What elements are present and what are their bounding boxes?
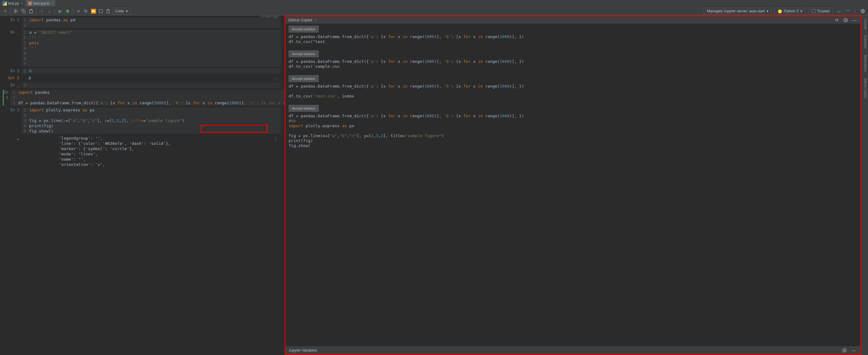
separator — [36, 8, 37, 14]
code-line[interactable]: import plotly.express as px — [28, 107, 281, 113]
run-all-button[interactable]: ⏩ — [90, 8, 97, 14]
line-number: 5 — [22, 51, 28, 56]
code-line[interactable]: print(fig) — [28, 123, 281, 129]
separator — [73, 8, 73, 14]
interpreter-selector[interactable]: ⬤ Python 3 ▾ — [774, 8, 805, 14]
code-line[interactable] — [28, 56, 281, 61]
tab-label: test.py — [8, 1, 19, 6]
code-line[interactable]: fig = px.line(x=["a","b","c"], y=[1,3,2]… — [28, 118, 281, 123]
browser-button[interactable] — [859, 8, 866, 14]
line-number: 7 — [22, 61, 28, 67]
copy-button[interactable] — [20, 8, 27, 14]
output-text: 'legendgroup': '', 'line': {'color': '#6… — [22, 136, 281, 167]
cell-body[interactable]: 1 — [22, 83, 281, 88]
line-number: 4 — [22, 123, 28, 129]
cell-body[interactable]: 10 — [22, 68, 281, 74]
code-line[interactable] — [28, 113, 281, 118]
code-cell[interactable]: In _1 — [4, 83, 281, 88]
code-line[interactable]: import pandas as pd — [28, 17, 281, 23]
line-number: 1 — [22, 17, 28, 23]
svg-rect-8 — [99, 9, 103, 13]
sidebar-tab-copilot[interactable]: GitHub Copilot — [861, 75, 868, 101]
close-icon[interactable]: × — [52, 2, 53, 5]
line-number: 2 — [22, 35, 28, 40]
solution-code: df = pandas.DataFrame.from_dict({'a': [x… — [287, 34, 859, 44]
svg-point-1 — [14, 11, 16, 13]
code-cell[interactable]: In 11import pandas as pd2 — [4, 17, 281, 28]
svg-line-3 — [17, 11, 18, 12]
move-up-button[interactable]: ↑ — [38, 8, 45, 14]
code-line[interactable] — [17, 95, 285, 100]
sidebar-tab-notifications[interactable]: Notifications — [861, 52, 868, 75]
jupyter-variables-header[interactable]: Jupyter Variables — — [285, 346, 860, 354]
cell-prompt: Out 2 — [4, 75, 22, 81]
sidebar-tab-database[interactable]: Database — [861, 32, 868, 52]
separator — [10, 8, 11, 14]
more-actions-button[interactable]: ⋮ — [273, 76, 278, 81]
more-actions-button[interactable]: ⋮ — [273, 136, 278, 141]
cell-body[interactable]: 1import plotly.express as px23fig = px.l… — [22, 107, 281, 134]
cell-type-dropdown[interactable]: Code ▾ — [112, 8, 130, 14]
code-cell[interactable]: In 210 — [4, 68, 281, 74]
solution-code: df = pandas.DataFrame.from_dict({'a': [x… — [287, 59, 859, 69]
code-line[interactable]: ''' — [28, 45, 281, 51]
line-number: 3 — [22, 40, 28, 45]
code-line[interactable] — [28, 51, 281, 56]
delete-button[interactable] — [105, 8, 112, 14]
debug-cell-button[interactable] — [64, 8, 71, 14]
cell-body[interactable]: 1a = "SELECT now()"2'''3pass4'''567 — [22, 30, 281, 67]
cut-button[interactable] — [13, 8, 20, 14]
code-line[interactable]: ''' — [28, 35, 281, 40]
stop-button[interactable]: ■ — [75, 8, 82, 14]
tab-test-ipynb[interactable]: test.ipynb × — [25, 0, 56, 6]
code-line[interactable]: fig.show() — [28, 129, 281, 134]
run-cell-button[interactable]: ▶ — [57, 8, 64, 14]
code-line[interactable]: 0 — [28, 68, 281, 74]
restart-button[interactable]: ↻ — [83, 8, 89, 14]
expand-up-button[interactable]: ︿ — [835, 8, 842, 14]
cell-body[interactable]: 1import pandas23df = pandas.DataFrame.fr… — [10, 90, 285, 106]
cell-output: ⌄ 'legendgroup': '', 'line': {'color': '… — [4, 136, 281, 167]
notebook-editor[interactable]: ▲ 1 ● 1 In 11import pandas as pd2In _1a … — [0, 15, 285, 355]
code-line[interactable] — [28, 61, 281, 67]
add-cell-button[interactable]: ＋ — [2, 8, 9, 14]
accept-solution-button[interactable]: Accept solution — [289, 50, 319, 57]
line-number: 3 — [22, 118, 28, 123]
paste-button[interactable] — [28, 8, 34, 14]
accept-solution-button[interactable]: Accept solution — [289, 26, 319, 33]
accept-solution-button[interactable]: Accept solution — [289, 75, 319, 82]
code-line[interactable]: pass — [28, 40, 281, 45]
tab-test-py[interactable]: test.py × — [0, 0, 25, 6]
chevron-down-icon: ▾ — [800, 9, 802, 13]
separator — [855, 8, 856, 14]
close-icon[interactable]: × — [21, 2, 23, 5]
code-line[interactable] — [28, 23, 281, 28]
chevron-down-icon: ▾ — [126, 9, 128, 13]
right-sidebar: Commit Database Notifications GitHub Cop… — [861, 15, 868, 355]
code-cell[interactable]: In 11import pandas23df = pandas.DataFram… — [3, 90, 281, 106]
close-icon[interactable]: × — [315, 18, 316, 22]
code-cell[interactable]: In _1a = "SELECT now()"2'''3pass4'''567 — [4, 30, 281, 67]
collapse-output-button[interactable]: ⌄ — [4, 136, 22, 167]
move-down-button[interactable]: ↓ — [46, 8, 53, 14]
code-line[interactable]: a = "SELECT now()" — [28, 30, 281, 35]
code-line[interactable]: df = pandas.DataFrame.from_dict({'a': [x… — [17, 100, 285, 106]
refresh-button[interactable]: ⟳ — [834, 17, 840, 24]
code-line[interactable] — [28, 83, 281, 88]
cell-body[interactable]: 1import pandas as pd2 — [22, 17, 281, 28]
trusted-toggle[interactable]: Trusted — [808, 8, 833, 14]
variables-button[interactable] — [97, 8, 104, 14]
accept-solution-button[interactable]: Accept solution — [289, 105, 319, 112]
code-cell[interactable]: In 21import plotly.express as px23fig = … — [4, 107, 281, 134]
code-line[interactable]: import pandas — [17, 90, 285, 95]
gear-icon[interactable] — [842, 17, 849, 24]
interpreter-label: Python 3 — [784, 9, 798, 13]
sidebar-tab-commit[interactable]: Commit — [861, 15, 868, 32]
cell-prompt: In 2 — [4, 107, 22, 134]
expand-down-button[interactable]: ﹀ — [845, 8, 851, 14]
gear-icon[interactable] — [841, 347, 848, 354]
copilot-header: GitHub Copilot × ⟳ — — [285, 16, 860, 24]
minimize-button[interactable]: — — [850, 347, 857, 354]
minimize-button[interactable]: — — [851, 17, 858, 24]
jupyter-server-selector[interactable]: Managed Jupyter server: auto-start ▾ — [704, 8, 772, 14]
